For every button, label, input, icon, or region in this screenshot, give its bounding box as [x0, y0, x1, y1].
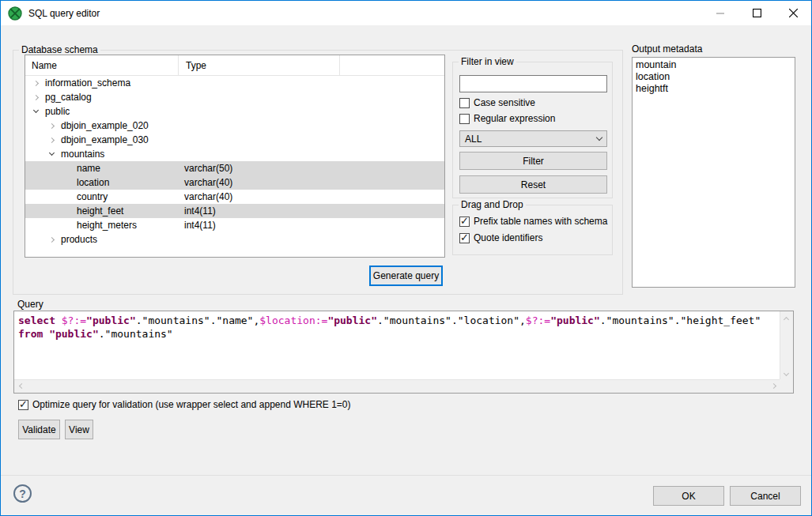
tree-row-mountains[interactable]: mountains	[25, 147, 444, 161]
database-schema-label: Database schema	[19, 44, 100, 55]
tree-item-type: varchar(40)	[184, 175, 232, 190]
tree-row-height_feet[interactable]: height_feetint4(11)	[25, 204, 444, 218]
output-metadata-list[interactable]: mountainlocationheightft	[632, 57, 795, 288]
tree-item-type: varchar(50)	[184, 161, 232, 175]
tree-item-name: location	[77, 175, 109, 190]
tree-item-type: int4(11)	[184, 218, 216, 232]
column-header-name[interactable]: Name	[25, 55, 179, 76]
reset-button[interactable]: Reset	[459, 175, 607, 194]
chevron-down-icon	[596, 134, 602, 141]
schema-tree-header: Name Type	[25, 55, 444, 76]
app-icon	[8, 6, 22, 21]
tree-item-name: mountains	[61, 147, 104, 161]
help-button[interactable]: ?	[13, 484, 32, 503]
checkbox-box-icon[interactable]	[459, 233, 470, 243]
maximize-icon	[753, 9, 761, 17]
case-sensitive-checkbox[interactable]: Case sensitive	[459, 97, 535, 108]
filter-input[interactable]	[459, 75, 607, 92]
checkbox-box-icon[interactable]	[18, 400, 28, 410]
scroll-left-icon[interactable]	[17, 384, 23, 390]
filter-scope-value: ALL	[465, 134, 482, 145]
tree-item-name: dbjoin_example_020	[61, 119, 149, 133]
close-button[interactable]	[775, 1, 811, 25]
cancel-button[interactable]: Cancel	[730, 486, 801, 506]
chevron-collapsed-icon[interactable]	[47, 238, 55, 242]
tree-row-dbjoin_example_020[interactable]: dbjoin_example_020	[25, 119, 444, 133]
regular-expression-label: Regular expression	[474, 113, 555, 124]
scroll-up-icon[interactable]	[784, 315, 790, 321]
validate-button[interactable]: Validate	[18, 420, 60, 439]
chevron-collapsed-icon[interactable]	[32, 96, 40, 100]
prefix-table-names-label: Prefix table names with schema	[474, 216, 607, 227]
metadata-item[interactable]: location	[636, 71, 791, 83]
query-label: Query	[17, 299, 43, 310]
tree-item-type: varchar(40)	[184, 190, 232, 204]
tree-row-country[interactable]: countryvarchar(40)	[25, 190, 444, 204]
quote-identifiers-label: Quote identifiers	[474, 232, 542, 243]
filter-group-label: Filter in view	[459, 56, 516, 67]
tree-item-name: country	[77, 190, 108, 204]
chevron-collapsed-icon[interactable]	[47, 124, 55, 128]
tree-item-name: name	[77, 161, 100, 175]
output-metadata-label: Output metadata	[632, 43, 702, 55]
filter-button[interactable]: Filter	[459, 152, 607, 170]
horizontal-scrollbar[interactable]	[14, 379, 780, 393]
tree-row-height_meters[interactable]: height_metersint4(11)	[25, 218, 444, 232]
scroll-right-icon[interactable]	[772, 384, 777, 390]
tree-item-name: information_schema	[45, 76, 130, 90]
tree-row-products[interactable]: products	[25, 232, 444, 247]
window-controls	[702, 1, 811, 25]
regular-expression-checkbox[interactable]: Regular expression	[459, 113, 555, 124]
chevron-collapsed-icon[interactable]	[32, 81, 40, 85]
chevron-expanded-icon[interactable]	[47, 153, 55, 155]
tree-item-name: public	[45, 104, 70, 119]
prefix-table-names-checkbox[interactable]: Prefix table names with schema	[459, 216, 607, 227]
tree-item-name: height_feet	[77, 204, 123, 218]
tree-item-name: pg_catalog	[45, 90, 92, 104]
scrollbar-corner	[780, 379, 793, 393]
sql-query-editor-dialog: SQL query editor Database schema Name Ty…	[0, 0, 812, 516]
help-icon: ?	[19, 488, 26, 500]
drag-and-drop-group: Drag and Drop Prefix table names with sc…	[452, 205, 613, 255]
checkbox-box-icon[interactable]	[459, 114, 470, 124]
minimize-button[interactable]	[702, 1, 738, 25]
tree-row-name[interactable]: namevarchar(50)	[25, 161, 444, 175]
drag-and-drop-label: Drag and Drop	[459, 199, 526, 210]
query-code[interactable]: select $?:="public"."mountains"."name",$…	[14, 311, 780, 379]
footer-separator	[1, 475, 811, 476]
metadata-item[interactable]: mountain	[636, 59, 791, 71]
quote-identifiers-checkbox[interactable]: Quote identifiers	[459, 232, 542, 243]
window-title: SQL query editor	[28, 8, 100, 19]
ok-button[interactable]: OK	[653, 486, 724, 506]
query-editor[interactable]: select $?:="public"."mountains"."name",$…	[13, 311, 794, 394]
chevron-expanded-icon[interactable]	[32, 111, 40, 112]
column-header-type[interactable]: Type	[179, 55, 340, 76]
schema-tree-rows: information_schemapg_catalogpublicdbjoin…	[25, 76, 444, 247]
tree-item-name: products	[61, 232, 97, 247]
view-button[interactable]: View	[65, 420, 93, 439]
tree-row-location[interactable]: locationvarchar(40)	[25, 175, 444, 190]
optimize-query-checkbox[interactable]: Optimize query for validation (use wrapp…	[18, 399, 351, 410]
title-bar: SQL query editor	[1, 1, 811, 25]
tree-item-name: height_meters	[77, 218, 137, 232]
scroll-down-icon[interactable]	[784, 371, 790, 377]
minimize-icon	[716, 9, 724, 17]
tree-item-type: int4(11)	[184, 204, 216, 218]
vertical-scrollbar[interactable]	[780, 311, 793, 379]
tree-row-pg_catalog[interactable]: pg_catalog	[25, 90, 444, 104]
schema-tree[interactable]: Name Type information_schemapg_catalogpu…	[25, 55, 445, 258]
filter-group: Filter in view Case sensitive Regular ex…	[452, 62, 613, 198]
close-icon	[789, 9, 798, 17]
checkbox-box-icon[interactable]	[459, 98, 470, 108]
tree-row-information_schema[interactable]: information_schema	[25, 76, 444, 90]
metadata-item[interactable]: heightft	[636, 83, 791, 95]
chevron-collapsed-icon[interactable]	[47, 138, 55, 142]
tree-row-dbjoin_example_030[interactable]: dbjoin_example_030	[25, 133, 444, 147]
case-sensitive-label: Case sensitive	[474, 97, 535, 108]
filter-scope-dropdown[interactable]: ALL	[459, 130, 607, 147]
optimize-query-label: Optimize query for validation (use wrapp…	[32, 399, 351, 410]
tree-row-public[interactable]: public	[25, 104, 444, 119]
checkbox-box-icon[interactable]	[459, 217, 470, 227]
maximize-button[interactable]	[738, 1, 775, 25]
generate-query-button[interactable]: Generate query	[369, 266, 443, 286]
